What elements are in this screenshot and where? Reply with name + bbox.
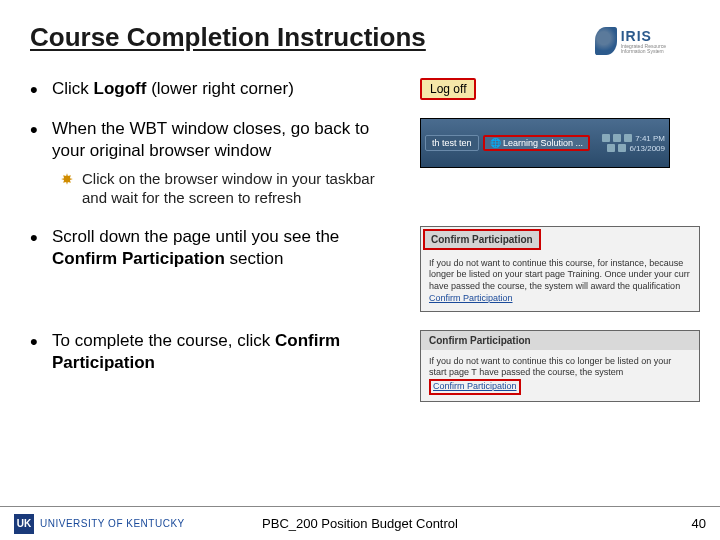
text: To complete the course, click (52, 331, 275, 350)
text: Learning Solution ... (503, 138, 583, 148)
tray-icon (624, 134, 632, 142)
bullet-click-confirm: To complete the course, click Confirm Pa… (30, 330, 400, 374)
tray-icon (618, 144, 626, 152)
slide-title: Course Completion Instructions (30, 22, 583, 53)
confirm-header-circled: Confirm Participation (423, 229, 541, 250)
text: Click (52, 79, 94, 98)
taskbar-screenshot: th test ten 🌐 Learning Solution ... 7:41… (420, 118, 670, 168)
text: If you do not want to continue this co l… (429, 356, 671, 378)
clock-date: 6/13/2009 (629, 144, 665, 153)
confirm-panel-screenshot-1: Confirm Participation If you do not want… (420, 226, 700, 312)
uk-mark-icon: UK (14, 514, 34, 534)
bullet-wbt-window: When the WBT window closes, go back to y… (30, 118, 400, 208)
uk-logo-text: UNIVERSITY OF KENTUCKY (40, 518, 185, 529)
iris-flower-icon (595, 27, 617, 55)
footer: UK UNIVERSITY OF KENTUCKY PBC_200 Positi… (0, 506, 720, 540)
taskbar-item-highlighted: 🌐 Learning Solution ... (483, 135, 591, 151)
text: Click on the browser window in your task… (82, 170, 375, 206)
footer-course-title: PBC_200 Position Budget Control (262, 516, 458, 531)
text: section (225, 249, 284, 268)
confirm-link-circled: Confirm Participation (429, 379, 521, 395)
tray-icon (613, 134, 621, 142)
bullet-logoff: Click Logoff (lower right corner) (30, 78, 400, 100)
logoff-bold: Logoff (94, 79, 147, 98)
iris-logo-subtitle: Integrated Resource Information System (621, 44, 690, 54)
system-tray: 7:41 PM 6/13/2009 (602, 134, 665, 153)
page-number: 40 (692, 516, 706, 531)
iris-logo: IRIS Integrated Resource Information Sys… (595, 22, 690, 60)
tray-icon (602, 134, 610, 142)
uk-logo: UK UNIVERSITY OF KENTUCKY (14, 514, 185, 534)
iris-logo-text: IRIS (621, 28, 690, 44)
taskbar-item: th test ten (425, 135, 479, 151)
sub-bullet-taskbar: Click on the browser window in your task… (60, 170, 400, 208)
tray-icon (607, 144, 615, 152)
confirm-panel-screenshot-2: Confirm Participation If you do not want… (420, 330, 700, 402)
text: (lower right corner) (146, 79, 293, 98)
confirm-header: Confirm Participation (421, 331, 699, 350)
bullet-scroll-confirm: Scroll down the page until you see the C… (30, 226, 400, 270)
text: If you do not want to continue this cour… (429, 258, 690, 291)
confirm-bold: Confirm Participation (52, 249, 225, 268)
logoff-button-screenshot: Log off (420, 78, 476, 100)
text: When the WBT window closes, go back to y… (52, 119, 369, 160)
star-icon (60, 172, 74, 186)
confirm-link: Confirm Participation (429, 293, 513, 303)
text: Scroll down the page until you see the (52, 227, 339, 246)
clock-time: 7:41 PM (635, 134, 665, 143)
